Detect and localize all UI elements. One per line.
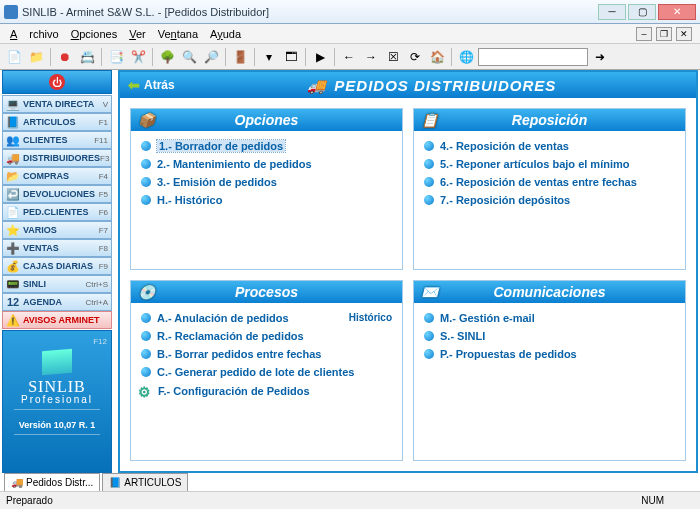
tool-refresh-icon[interactable]: ⟳ <box>405 47 425 67</box>
sidebar-item-11[interactable]: 12AGENDACtrl+A <box>2 293 112 311</box>
panel-row[interactable]: ⚙F.- Configuración de Pedidos <box>141 381 392 401</box>
tool-back-icon[interactable]: ← <box>339 47 359 67</box>
sidebar-icon: ⚠️ <box>6 313 20 327</box>
sidebar-item-label: DEVOLUCIONES <box>23 189 95 199</box>
panel-row[interactable]: 4.- Reposición de ventas <box>424 137 675 155</box>
sidebar-item-1[interactable]: 📘ARTICULOSF1 <box>2 113 112 131</box>
panel-row-label: 3.- Emisión de pedidos <box>157 176 277 188</box>
panel-row[interactable]: M.- Gestión e-mail <box>424 309 675 327</box>
sidebar-item-0[interactable]: 💻VENTA DIRECTAV <box>2 95 112 113</box>
menu-ventana[interactable]: Ventana <box>152 28 204 40</box>
sidebar-item-label: CLIENTES <box>23 135 68 145</box>
tool-cut-icon[interactable]: ✂️ <box>128 47 148 67</box>
footer-tab-1[interactable]: 📘ARTICULOS <box>102 473 188 491</box>
sidebar-item-2[interactable]: 👥CLIENTESF11 <box>2 131 112 149</box>
tool-exit-icon[interactable]: 🚪 <box>230 47 250 67</box>
tool-window-icon[interactable]: 🗔 <box>281 47 301 67</box>
bullet-icon <box>141 141 151 151</box>
sidebar-item-4[interactable]: 📂COMPRASF4 <box>2 167 112 185</box>
bullet-icon <box>141 195 151 205</box>
menu-ver[interactable]: Ver <box>123 28 152 40</box>
maximize-button[interactable]: ▢ <box>628 4 656 20</box>
tool-copy-icon[interactable]: 📑 <box>106 47 126 67</box>
back-button[interactable]: ⬅ Atrás <box>128 77 175 93</box>
tool-stop-icon[interactable]: ☒ <box>383 47 403 67</box>
sidebar-item-label: PED.CLIENTES <box>23 207 89 217</box>
sidebar-item-key: F8 <box>99 244 108 253</box>
panel-row[interactable]: 3.- Emisión de pedidos <box>141 173 392 191</box>
panel-row[interactable]: B.- Borrar pedidos entre fechas <box>141 345 392 363</box>
panel-row[interactable]: H.- Histórico <box>141 191 392 209</box>
sidebar-item-9[interactable]: 💰CAJAS DIARIASF9 <box>2 257 112 275</box>
panel-title: Opciones <box>235 112 299 128</box>
tool-home-icon[interactable]: 🏠 <box>427 47 447 67</box>
tool-go-icon[interactable]: ➜ <box>590 47 610 67</box>
tool-play-icon[interactable]: ▶ <box>310 47 330 67</box>
sidebar-item-3[interactable]: 🚚DISTRIBUIDORESF3 <box>2 149 112 167</box>
sidebar-item-key: F3 <box>100 154 109 163</box>
tool-card-icon[interactable]: 📇 <box>77 47 97 67</box>
sidebar-item-10[interactable]: 📟SINLICtrl+S <box>2 275 112 293</box>
sidebar-item-7[interactable]: ⭐VARIOSF7 <box>2 221 112 239</box>
sidebar-item-key: F6 <box>99 208 108 217</box>
toolbar-address-input[interactable] <box>478 48 588 66</box>
tool-folder-icon[interactable]: 📁 <box>26 47 46 67</box>
tool-globe-icon[interactable]: 🌐 <box>456 47 476 67</box>
panel-procesos: 💿ProcesosA.- Anulación de pedidosHistóri… <box>130 280 403 462</box>
sidebar-icon: 💻 <box>6 97 20 111</box>
panel-row[interactable]: C.- Generar pedido de lote de clientes <box>141 363 392 381</box>
panel-row[interactable]: S.- SINLI <box>424 327 675 345</box>
panel-row-label: 4.- Reposición de ventas <box>440 140 569 152</box>
panel-row-label: 6.- Reposición de ventas entre fechas <box>440 176 637 188</box>
panel-row[interactable]: R.- Reclamación de pedidos <box>141 327 392 345</box>
panel-row[interactable]: A.- Anulación de pedidosHistórico <box>141 309 392 327</box>
tool-forward-icon[interactable]: → <box>361 47 381 67</box>
panel-row[interactable]: 6.- Reposición de ventas entre fechas <box>424 173 675 191</box>
panel-icon: 📦 <box>137 111 155 129</box>
sidebar-item-label: VENTAS <box>23 243 59 253</box>
panel-icon: 💿 <box>137 283 155 301</box>
tool-tree-icon[interactable]: 🌳 <box>157 47 177 67</box>
sidebar-item-5[interactable]: ↩️DEVOLUCIONESF5 <box>2 185 112 203</box>
status-left: Preparado <box>6 495 53 506</box>
close-button[interactable]: ✕ <box>658 4 696 20</box>
panel-row-extra[interactable]: Histórico <box>349 312 392 323</box>
bullet-icon <box>141 159 151 169</box>
tool-search2-icon[interactable]: 🔎 <box>201 47 221 67</box>
sidebar-top[interactable]: ⏻ <box>2 70 112 94</box>
sidebar-icon: 💰 <box>6 259 20 273</box>
sidebar-logo[interactable]: F12 SINLIB Profesional Versión 10,07 R. … <box>2 330 112 473</box>
mdi-close[interactable]: ✕ <box>676 27 692 41</box>
sidebar-item-12[interactable]: ⚠️AVISOS ARMINET <box>2 311 112 329</box>
mdi-minimize[interactable]: – <box>636 27 652 41</box>
panel-row[interactable]: 5.- Reponer artículos bajo el mínimo <box>424 155 675 173</box>
sidebar-item-key: Ctrl+S <box>86 280 108 289</box>
sidebar-item-8[interactable]: ➕VENTASF8 <box>2 239 112 257</box>
panel-header-comunicaciones: ✉️Comunicaciones <box>414 281 685 303</box>
panel-row[interactable]: 7.- Reposición depósitos <box>424 191 675 209</box>
footer-tab-0[interactable]: 🚚Pedidos Distr... <box>4 473 100 491</box>
mdi-restore[interactable]: ❐ <box>656 27 672 41</box>
page-title: 🚚 PEDIDOS DISTRIBUIDORES <box>175 77 688 94</box>
panel-row[interactable]: 1.- Borrador de pedidos <box>141 137 392 155</box>
sidebar-item-key: F5 <box>99 190 108 199</box>
sidebar-item-label: DISTRIBUIDORES <box>23 153 100 163</box>
sidebar-item-key: Ctrl+A <box>86 298 108 307</box>
sidebar-item-label: ARTICULOS <box>23 117 76 127</box>
tab-icon: 🚚 <box>11 477 23 488</box>
menu-ayuda[interactable]: Ayuda <box>204 28 247 40</box>
tool-red-icon[interactable]: ⏺ <box>55 47 75 67</box>
minimize-button[interactable]: ─ <box>598 4 626 20</box>
status-right: NUM <box>641 495 694 506</box>
footer-tabs: 🚚Pedidos Distr...📘ARTICULOS <box>4 473 188 491</box>
sidebar-item-key: F9 <box>99 262 108 271</box>
tool-new-icon[interactable]: 📄 <box>4 47 24 67</box>
panel-row[interactable]: P.- Propuestas de pedidos <box>424 345 675 363</box>
tool-dropdown-icon[interactable]: ▾ <box>259 47 279 67</box>
menu-archivo[interactable]: Archivo <box>4 28 65 40</box>
sidebar-item-6[interactable]: 📄PED.CLIENTESF6 <box>2 203 112 221</box>
menu-opciones[interactable]: Opciones <box>65 28 123 40</box>
panel-row[interactable]: 2.- Mantenimiento de pedidos <box>141 155 392 173</box>
panels-grid: 📦Opciones1.- Borrador de pedidos2.- Mant… <box>120 98 696 471</box>
tool-search-icon[interactable]: 🔍 <box>179 47 199 67</box>
